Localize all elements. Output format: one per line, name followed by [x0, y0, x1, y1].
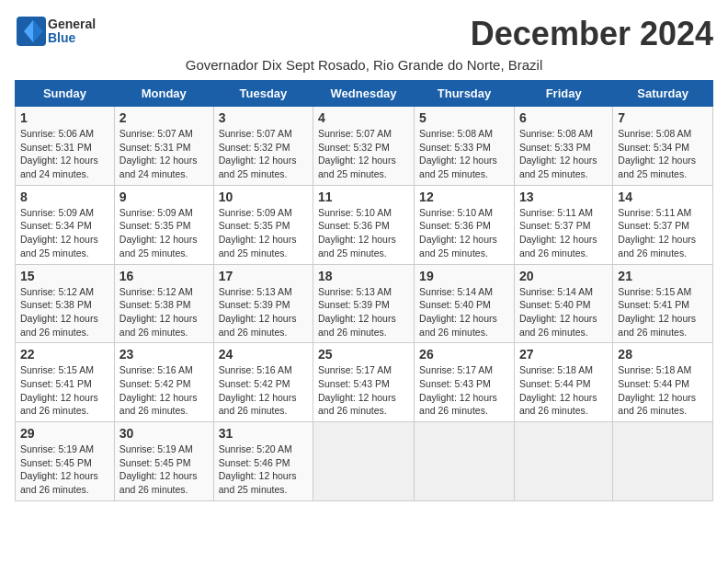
- day-number: 15: [20, 269, 109, 283]
- calendar-body: 1Sunrise: 5:06 AM Sunset: 5:31 PM Daylig…: [16, 107, 713, 501]
- table-row: [415, 422, 515, 501]
- day-info: Sunrise: 5:19 AM Sunset: 5:45 PM Dayligh…: [119, 442, 209, 497]
- table-row: 29Sunrise: 5:19 AM Sunset: 5:45 PM Dayli…: [16, 422, 115, 501]
- day-number: 4: [318, 110, 409, 125]
- day-number: 19: [419, 269, 509, 283]
- day-info: Sunrise: 5:15 AM Sunset: 5:41 PM Dayligh…: [618, 285, 708, 339]
- table-row: 13Sunrise: 5:11 AM Sunset: 5:37 PM Dayli…: [514, 185, 612, 264]
- day-info: Sunrise: 5:14 AM Sunset: 5:40 PM Dayligh…: [519, 285, 608, 339]
- day-info: Sunrise: 5:14 AM Sunset: 5:40 PM Dayligh…: [419, 285, 509, 339]
- day-info: Sunrise: 5:17 AM Sunset: 5:43 PM Dayligh…: [318, 363, 409, 418]
- day-info: Sunrise: 5:11 AM Sunset: 5:37 PM Dayligh…: [519, 206, 608, 260]
- table-row: 6Sunrise: 5:08 AM Sunset: 5:33 PM Daylig…: [514, 107, 612, 186]
- day-number: 16: [119, 269, 209, 283]
- day-info: Sunrise: 5:08 AM Sunset: 5:33 PM Dayligh…: [419, 127, 509, 181]
- column-header-thursday: Thursday: [415, 81, 515, 107]
- calendar-week-4: 29Sunrise: 5:19 AM Sunset: 5:45 PM Dayli…: [16, 422, 713, 501]
- table-row: [313, 422, 415, 501]
- day-info: Sunrise: 5:07 AM Sunset: 5:32 PM Dayligh…: [219, 127, 308, 181]
- table-row: 19Sunrise: 5:14 AM Sunset: 5:40 PM Dayli…: [415, 264, 515, 343]
- day-info: Sunrise: 5:18 AM Sunset: 5:44 PM Dayligh…: [618, 363, 708, 418]
- table-row: [613, 422, 713, 501]
- month-title: December 2024: [471, 15, 713, 53]
- day-info: Sunrise: 5:20 AM Sunset: 5:46 PM Dayligh…: [219, 442, 308, 497]
- day-number: 17: [219, 269, 308, 283]
- table-row: 17Sunrise: 5:13 AM Sunset: 5:39 PM Dayli…: [213, 264, 313, 343]
- day-info: Sunrise: 5:09 AM Sunset: 5:34 PM Dayligh…: [20, 206, 109, 260]
- location-title: Governador Dix Sept Rosado, Rio Grande d…: [15, 57, 713, 73]
- day-info: Sunrise: 5:17 AM Sunset: 5:43 PM Dayligh…: [419, 363, 509, 418]
- table-row: 20Sunrise: 5:14 AM Sunset: 5:40 PM Dayli…: [514, 264, 612, 343]
- day-info: Sunrise: 5:13 AM Sunset: 5:39 PM Dayligh…: [219, 285, 308, 339]
- column-header-monday: Monday: [114, 81, 213, 107]
- table-row: 9Sunrise: 5:09 AM Sunset: 5:35 PM Daylig…: [114, 185, 213, 264]
- table-row: 14Sunrise: 5:11 AM Sunset: 5:37 PM Dayli…: [613, 185, 713, 264]
- day-number: 7: [618, 110, 708, 125]
- table-row: 30Sunrise: 5:19 AM Sunset: 5:45 PM Dayli…: [114, 422, 213, 501]
- calendar-table: SundayMondayTuesdayWednesdayThursdayFrid…: [15, 80, 713, 501]
- table-row: 24Sunrise: 5:16 AM Sunset: 5:42 PM Dayli…: [213, 343, 313, 422]
- table-row: 25Sunrise: 5:17 AM Sunset: 5:43 PM Dayli…: [313, 343, 415, 422]
- day-info: Sunrise: 5:10 AM Sunset: 5:36 PM Dayligh…: [318, 206, 409, 260]
- day-info: Sunrise: 5:15 AM Sunset: 5:41 PM Dayligh…: [20, 363, 109, 418]
- logo-blue: Blue: [48, 31, 96, 45]
- day-info: Sunrise: 5:12 AM Sunset: 5:38 PM Dayligh…: [119, 285, 209, 339]
- day-info: Sunrise: 5:16 AM Sunset: 5:42 PM Dayligh…: [119, 363, 209, 418]
- day-info: Sunrise: 5:16 AM Sunset: 5:42 PM Dayligh…: [219, 363, 308, 418]
- day-info: Sunrise: 5:09 AM Sunset: 5:35 PM Dayligh…: [219, 206, 308, 260]
- table-row: 28Sunrise: 5:18 AM Sunset: 5:44 PM Dayli…: [613, 343, 713, 422]
- day-number: 3: [219, 110, 308, 125]
- day-info: Sunrise: 5:13 AM Sunset: 5:39 PM Dayligh…: [318, 285, 409, 339]
- table-row: 16Sunrise: 5:12 AM Sunset: 5:38 PM Dayli…: [114, 264, 213, 343]
- column-header-saturday: Saturday: [613, 81, 713, 107]
- table-row: 8Sunrise: 5:09 AM Sunset: 5:34 PM Daylig…: [16, 185, 115, 264]
- table-row: 27Sunrise: 5:18 AM Sunset: 5:44 PM Dayli…: [514, 343, 612, 422]
- column-header-sunday: Sunday: [16, 81, 115, 107]
- day-number: 20: [519, 269, 608, 283]
- table-row: 22Sunrise: 5:15 AM Sunset: 5:41 PM Dayli…: [16, 343, 115, 422]
- day-number: 26: [419, 347, 509, 362]
- table-row: 12Sunrise: 5:10 AM Sunset: 5:36 PM Dayli…: [415, 185, 515, 264]
- calendar-week-1: 8Sunrise: 5:09 AM Sunset: 5:34 PM Daylig…: [16, 185, 713, 264]
- day-number: 8: [20, 190, 109, 204]
- day-number: 27: [519, 347, 608, 362]
- table-row: 4Sunrise: 5:07 AM Sunset: 5:32 PM Daylig…: [313, 107, 415, 186]
- table-row: [514, 422, 612, 501]
- day-info: Sunrise: 5:10 AM Sunset: 5:36 PM Dayligh…: [419, 206, 509, 260]
- table-row: 31Sunrise: 5:20 AM Sunset: 5:46 PM Dayli…: [213, 422, 313, 501]
- day-info: Sunrise: 5:08 AM Sunset: 5:33 PM Dayligh…: [519, 127, 608, 181]
- day-number: 22: [20, 347, 109, 362]
- day-number: 25: [318, 347, 409, 362]
- table-row: 26Sunrise: 5:17 AM Sunset: 5:43 PM Dayli…: [415, 343, 515, 422]
- day-number: 6: [519, 110, 608, 125]
- day-number: 29: [20, 426, 109, 441]
- calendar-header-row: SundayMondayTuesdayWednesdayThursdayFrid…: [16, 81, 713, 107]
- day-number: 11: [318, 190, 409, 204]
- day-number: 31: [219, 426, 308, 441]
- day-info: Sunrise: 5:19 AM Sunset: 5:45 PM Dayligh…: [20, 442, 109, 497]
- table-row: 18Sunrise: 5:13 AM Sunset: 5:39 PM Dayli…: [313, 264, 415, 343]
- table-row: 5Sunrise: 5:08 AM Sunset: 5:33 PM Daylig…: [415, 107, 515, 186]
- day-number: 2: [119, 110, 209, 125]
- table-row: 10Sunrise: 5:09 AM Sunset: 5:35 PM Dayli…: [213, 185, 313, 264]
- table-row: 23Sunrise: 5:16 AM Sunset: 5:42 PM Dayli…: [114, 343, 213, 422]
- table-row: 11Sunrise: 5:10 AM Sunset: 5:36 PM Dayli…: [313, 185, 415, 264]
- column-header-wednesday: Wednesday: [313, 81, 415, 107]
- day-info: Sunrise: 5:09 AM Sunset: 5:35 PM Dayligh…: [119, 206, 209, 260]
- day-number: 13: [519, 190, 608, 204]
- day-info: Sunrise: 5:08 AM Sunset: 5:34 PM Dayligh…: [618, 127, 708, 181]
- day-number: 5: [419, 110, 509, 125]
- table-row: 21Sunrise: 5:15 AM Sunset: 5:41 PM Dayli…: [613, 264, 713, 343]
- day-number: 23: [119, 347, 209, 362]
- day-number: 24: [219, 347, 308, 362]
- logo: General Blue: [15, 15, 96, 48]
- day-info: Sunrise: 5:06 AM Sunset: 5:31 PM Dayligh…: [20, 127, 109, 181]
- table-row: 3Sunrise: 5:07 AM Sunset: 5:32 PM Daylig…: [213, 107, 313, 186]
- day-info: Sunrise: 5:11 AM Sunset: 5:37 PM Dayligh…: [618, 206, 708, 260]
- calendar-week-0: 1Sunrise: 5:06 AM Sunset: 5:31 PM Daylig…: [16, 107, 713, 186]
- day-number: 9: [119, 190, 209, 204]
- table-row: 2Sunrise: 5:07 AM Sunset: 5:31 PM Daylig…: [114, 107, 213, 186]
- table-row: 7Sunrise: 5:08 AM Sunset: 5:34 PM Daylig…: [613, 107, 713, 186]
- day-number: 21: [618, 269, 708, 283]
- column-header-tuesday: Tuesday: [213, 81, 313, 107]
